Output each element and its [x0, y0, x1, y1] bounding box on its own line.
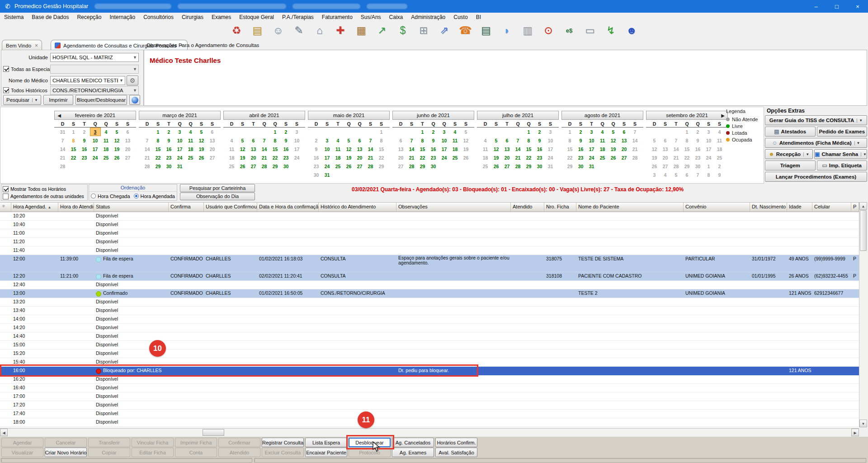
column-header-t[interactable]: Hora Agendad.▲: [11, 203, 58, 212]
calendar-day[interactable]: 24: [322, 162, 333, 170]
calendar-day[interactable]: 10: [545, 136, 556, 145]
calendar-day[interactable]: 22: [682, 153, 693, 162]
calendar-day[interactable]: 6: [248, 136, 259, 145]
calendar-day[interactable]: 30: [311, 170, 322, 179]
calendar-day[interactable]: 5: [112, 128, 123, 136]
calendar-day[interactable]: 26: [196, 153, 207, 162]
calendar-day[interactable]: 17: [439, 145, 450, 153]
calendar-day[interactable]: 1: [703, 162, 714, 170]
calendar-day[interactable]: 9: [714, 170, 725, 179]
calendar-day[interactable]: 27: [354, 162, 365, 170]
calendar-day[interactable]: 3: [322, 136, 333, 145]
invoice-icon[interactable]: ▥: [519, 23, 536, 38]
column-header-dc[interactable]: Data e Hora da confirmaçã: [257, 203, 319, 212]
table-row[interactable]: 12:2011:21:00Fila de esperaCONFIRMADOCHA…: [0, 272, 859, 281]
calendar-day[interactable]: 22: [270, 153, 281, 162]
calendar-day[interactable]: 4: [226, 136, 237, 145]
calendar-day[interactable]: 21: [513, 153, 524, 162]
calendar-day[interactable]: 12: [491, 145, 502, 153]
calendar-day[interactable]: 11: [450, 136, 461, 145]
vertical-scrollbar[interactable]: ▲ ▼: [859, 202, 867, 427]
calendar-day[interactable]: 24: [439, 153, 450, 162]
calendar-day[interactable]: 13: [396, 145, 406, 153]
calendar-day[interactable]: 20: [619, 145, 630, 153]
calendar-day[interactable]: 6: [682, 170, 693, 179]
calendar-day[interactable]: 14: [57, 145, 68, 153]
calendar-day[interactable]: 15: [682, 145, 693, 153]
calendar-day[interactable]: 9: [311, 145, 322, 153]
calendar-day[interactable]: 3: [292, 128, 302, 136]
column-header-atd[interactable]: Atendido: [511, 203, 544, 212]
calendar-day[interactable]: 5: [196, 128, 207, 136]
patients-sync-icon[interactable]: ♻: [228, 23, 245, 38]
calendar-day[interactable]: 14: [365, 145, 376, 153]
calendar-day[interactable]: 6: [396, 136, 406, 145]
calendar-day[interactable]: 2: [281, 128, 292, 136]
calendar-day[interactable]: 4: [480, 136, 491, 145]
calendar-day[interactable]: 3: [586, 128, 597, 136]
calendar-day[interactable]: 5: [491, 136, 502, 145]
calendar-day[interactable]: 6: [354, 136, 365, 145]
calendar-day[interactable]: 25: [480, 162, 491, 170]
calendar-day[interactable]: 14: [142, 145, 153, 153]
calendar-day[interactable]: 6: [207, 128, 218, 136]
calendar-day[interactable]: 29: [153, 162, 164, 170]
calendar-day[interactable]: 29: [417, 162, 428, 170]
patient-records-icon[interactable]: ▤: [249, 23, 265, 38]
calendar-day[interactable]: 27: [123, 153, 133, 162]
table-row[interactable]: 11:20Disponível: [0, 238, 859, 246]
extras-imp-etiqueta-button[interactable]: ▭Imp. Etiqueta: [817, 161, 868, 170]
calendar-day[interactable]: 29: [524, 162, 534, 170]
calendar-day[interactable]: 7: [693, 170, 703, 179]
calendar-day[interactable]: 11: [333, 145, 344, 153]
calendar-day[interactable]: 11: [480, 145, 491, 153]
radio-hora-agendada[interactable]: Hora Agendada: [134, 194, 175, 199]
calendar-day[interactable]: 21: [142, 153, 153, 162]
extras-atestados-button[interactable]: ▤Atestados: [765, 127, 816, 137]
calendar-next-icon[interactable]: ▶: [719, 111, 726, 119]
calendar-day[interactable]: 2: [428, 128, 439, 136]
calendar-day[interactable]: 16: [164, 145, 175, 153]
calendar-day[interactable]: 8: [270, 136, 281, 145]
imprimir-button[interactable]: Imprimir: [43, 95, 73, 105]
extras-gerar-guia-do-tiss-de-consulta-button[interactable]: Gerar Guia do TISS de CONSULTA▼: [765, 115, 867, 125]
calendar-day[interactable]: 20: [396, 153, 406, 162]
calendar-day[interactable]: 8: [153, 136, 164, 145]
calendar-day[interactable]: 11: [714, 136, 725, 145]
calendar-day[interactable]: 24: [545, 153, 556, 162]
calendar-day[interactable]: 15: [417, 145, 428, 153]
menu-faturamento[interactable]: Faturamento: [318, 13, 357, 21]
scroll-right-icon[interactable]: ▶: [851, 429, 859, 436]
medico-settings-button[interactable]: ⚙: [127, 76, 138, 85]
calendar-day[interactable]: 26: [608, 153, 619, 162]
calendar-day[interactable]: 30: [281, 162, 292, 170]
calendar-day[interactable]: 23: [576, 153, 586, 162]
table-row[interactable]: 17:20Disponível: [0, 401, 859, 410]
calendar-day[interactable]: 8: [703, 170, 714, 179]
calendar-day[interactable]: 28: [513, 162, 524, 170]
calendar-day[interactable]: 3: [545, 128, 556, 136]
calendar-day[interactable]: 8: [417, 136, 428, 145]
calendar-day[interactable]: 28: [671, 162, 682, 170]
menu-caixa[interactable]: Caixa: [385, 13, 407, 21]
mostrar-todos-horarios-checkbox[interactable]: [3, 186, 9, 192]
calendar-day[interactable]: 11: [226, 145, 237, 153]
menu-bi[interactable]: BI: [472, 13, 485, 21]
vertical-scroll-thumb[interactable]: [860, 210, 867, 251]
calendar-day[interactable]: 16: [281, 145, 292, 153]
calendar-day[interactable]: 12: [649, 145, 660, 153]
calendar-day[interactable]: 11: [185, 136, 196, 145]
calendar-day[interactable]: 1: [417, 128, 428, 136]
calendar-day[interactable]: 19: [491, 153, 502, 162]
calendar-day[interactable]: 13: [354, 145, 365, 153]
menu-custo[interactable]: Custo: [449, 13, 472, 21]
calendar-day[interactable]: 8: [565, 136, 576, 145]
calendar-day[interactable]: 2: [714, 162, 725, 170]
calendar-day[interactable]: 3: [90, 128, 101, 136]
column-header-at[interactable]: Hora do Atendime: [58, 203, 94, 212]
calendar-day[interactable]: 2: [534, 128, 545, 136]
calendar-day[interactable]: 12: [461, 136, 472, 145]
phonebook-icon[interactable]: ☎: [457, 23, 473, 38]
column-header-m[interactable]: ✳: [0, 203, 11, 212]
table-row[interactable]: 11:40Disponível: [0, 246, 859, 255]
